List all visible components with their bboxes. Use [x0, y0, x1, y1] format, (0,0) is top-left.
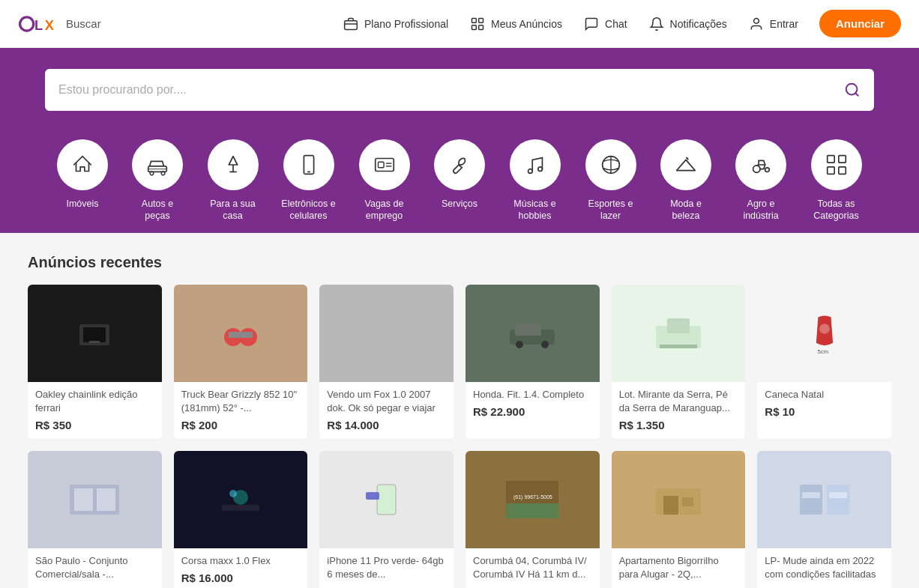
advertise-button[interactable]: Anunciar: [819, 10, 901, 37]
nav-entrar[interactable]: Entrar: [748, 16, 798, 32]
svg-rect-7: [472, 25, 477, 29]
nav-notificacoes-label: Notificações: [670, 18, 727, 30]
search-input[interactable]: [58, 83, 844, 97]
hanger-icon: [673, 152, 699, 178]
category-moda[interactable]: Moda e beleza: [648, 132, 723, 233]
svg-rect-31: [827, 167, 834, 174]
tractor-icon: [748, 152, 774, 178]
ad-image: [319, 451, 454, 548]
svg-point-9: [754, 18, 759, 23]
ball-icon: [598, 152, 624, 178]
svg-rect-8: [479, 25, 483, 29]
grid-all-icon: [824, 152, 849, 178]
category-musicas[interactable]: Músicas e hobbies: [497, 132, 573, 233]
header: L X Buscar Plano Profissional: [0, 0, 919, 48]
ad-title: iPhone 11 Pro verde- 64gb 6 meses de...: [327, 554, 446, 581]
nav-meus-anuncios[interactable]: Meus Anúncios: [469, 16, 562, 32]
car-icon: [145, 152, 170, 178]
svg-line-11: [855, 93, 858, 96]
ad-image: [28, 285, 162, 382]
ad-image: 5cm: [757, 285, 891, 382]
ad-image: [174, 451, 308, 548]
svg-rect-49: [74, 488, 93, 511]
svg-rect-3: [345, 20, 358, 29]
ad-title: Truck Bear Grizzly 852 10" (181mm) 52° -…: [181, 388, 301, 415]
user-icon: [748, 16, 765, 32]
ad-card[interactable]: LP- Mude ainda em 2022 com condições fac…: [757, 451, 891, 588]
ad-price: R$ 14.000: [327, 419, 446, 431]
recent-ads-title: Anúncios recentes: [28, 254, 891, 271]
ad-price: R$ 10: [765, 405, 884, 418]
svg-rect-20: [378, 162, 384, 168]
category-autos-label: Autos e peças: [130, 198, 184, 222]
svg-rect-30: [838, 156, 845, 163]
music-icon: [522, 152, 548, 178]
ad-card[interactable]: iPhone 11 Pro verde- 64gb 6 meses de...: [319, 451, 454, 588]
svg-text:(61) 99671-5005: (61) 99671-5005: [513, 494, 552, 500]
ad-card[interactable]: Lot. Mirante da Serra, Pé da Serra de Ma…: [612, 285, 746, 439]
ad-card[interactable]: Honda. Fit. 1.4. Completo R$ 22.900: [465, 285, 600, 439]
ad-title: Apartamento Bigorrilho para Alugar - 2Q,…: [619, 554, 738, 581]
search-button[interactable]: [844, 82, 861, 98]
svg-rect-32: [838, 167, 845, 174]
search-bar: [45, 69, 874, 111]
olx-logo[interactable]: L X: [18, 10, 57, 37]
svg-rect-45: [660, 345, 697, 348]
ad-price: R$ 200: [181, 419, 301, 431]
ad-price: R$ 1.350: [619, 419, 738, 431]
svg-point-27: [753, 166, 760, 172]
category-servicos[interactable]: Serviços: [422, 132, 497, 233]
chat-icon: [583, 16, 600, 32]
svg-point-10: [846, 84, 858, 95]
ad-title: Corsa maxx 1.0 Flex: [181, 554, 301, 568]
ad-image: [465, 285, 600, 382]
nav-plano-profissional-label: Plano Profissional: [364, 18, 448, 30]
ad-title: São Paulo - Conjunto Comercial/sala -...: [35, 554, 154, 581]
header-search-link[interactable]: Buscar: [66, 17, 101, 30]
ad-card[interactable]: (61) 99671-5005 Corumbá 04, Corumbá IV/ …: [465, 451, 600, 588]
ad-title: Oakley chainlink edição ferrari: [35, 388, 154, 415]
ad-card[interactable]: Oakley chainlink edição ferrari R$ 350: [28, 285, 162, 439]
briefcase-icon: [343, 16, 359, 32]
svg-rect-61: [682, 497, 693, 506]
svg-rect-64: [802, 492, 820, 498]
category-eletronicos-label: Eletrônicos e celulares: [281, 198, 336, 222]
svg-rect-35: [89, 341, 100, 343]
nav-notificacoes[interactable]: Notificações: [648, 16, 727, 32]
svg-point-24: [537, 167, 542, 172]
svg-point-41: [516, 341, 523, 348]
category-esportes-label: Esportes e lazer: [583, 198, 638, 222]
ad-card[interactable]: Corsa maxx 1.0 Flex R$ 16.000: [174, 451, 308, 588]
svg-rect-55: [366, 492, 379, 500]
category-esportes[interactable]: Esportes e lazer: [573, 132, 648, 233]
category-servicos-label: Serviços: [442, 198, 477, 210]
nav-entrar-label: Entrar: [770, 18, 798, 30]
category-todas[interactable]: Todas as Categorias: [798, 132, 874, 233]
svg-point-42: [541, 341, 549, 348]
category-imoveis-label: Imóveis: [66, 198, 98, 210]
grid-icon: [469, 16, 486, 32]
categories-bar: Imóveis Autos e peças: [45, 132, 874, 233]
ad-card[interactable]: Vendo um Fox 1.0 2007 dok. Ok só pegar e…: [319, 285, 454, 439]
ad-card[interactable]: São Paulo - Conjunto Comercial/sala -...: [28, 451, 162, 588]
nav-chat[interactable]: Chat: [583, 16, 627, 32]
nav-plano-profissional[interactable]: Plano Profissional: [343, 16, 448, 32]
category-moda-label: Moda e beleza: [659, 198, 713, 222]
category-eletronicos[interactable]: Eletrônicos e celulares: [271, 132, 346, 233]
ad-price: R$ 350: [35, 419, 154, 431]
ad-card[interactable]: 5cm Caneca Natal R$ 10: [757, 285, 891, 439]
category-musicas-label: Músicas e hobbies: [507, 198, 562, 222]
wrench-icon: [447, 152, 472, 178]
ad-card[interactable]: Truck Bear Grizzly 852 10" (181mm) 52° -…: [174, 285, 308, 439]
category-casa[interactable]: Para a sua casa: [195, 132, 271, 233]
category-agro[interactable]: Agro e indústria: [723, 132, 798, 233]
svg-rect-57: [506, 503, 558, 518]
category-autos[interactable]: Autos e peças: [120, 132, 195, 233]
svg-rect-50: [97, 488, 115, 511]
category-imoveis[interactable]: Imóveis: [45, 132, 120, 233]
id-card-icon: [372, 152, 397, 178]
category-vagas[interactable]: Vagas de emprego: [346, 132, 422, 233]
ad-image: [757, 451, 891, 548]
ad-card[interactable]: Apartamento Bigorrilho para Alugar - 2Q,…: [612, 451, 746, 588]
svg-rect-63: [827, 485, 849, 515]
